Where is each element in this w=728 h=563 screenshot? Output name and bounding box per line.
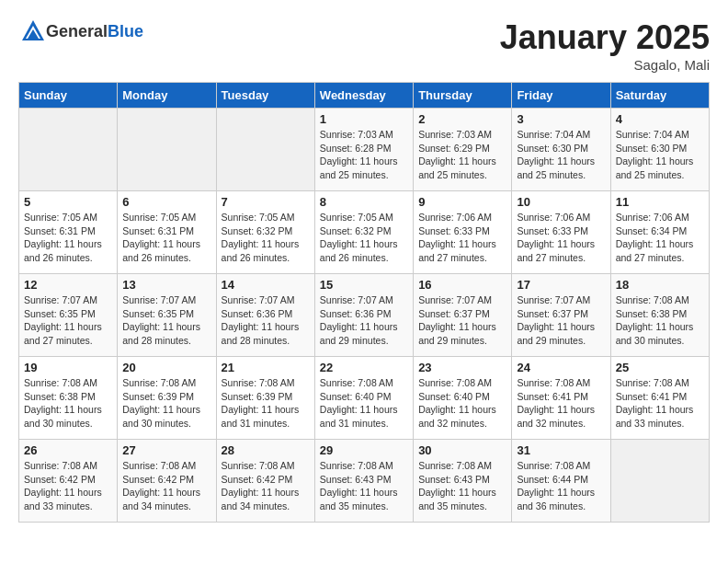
day-info: Sunrise: 7:05 AM Sunset: 6:31 PM Dayligh… [122,211,210,265]
day-number: 15 [320,278,408,292]
day-info: Sunrise: 7:08 AM Sunset: 6:40 PM Dayligh… [320,376,408,431]
day-number: 18 [616,278,704,292]
table-row: 21Sunrise: 7:08 AM Sunset: 6:39 PM Dayli… [216,357,314,440]
day-number: 17 [517,278,605,292]
table-row: 15Sunrise: 7:07 AM Sunset: 6:36 PM Dayli… [314,274,413,357]
table-row: 30Sunrise: 7:08 AM Sunset: 6:43 PM Dayli… [414,440,512,523]
day-info: Sunrise: 7:08 AM Sunset: 6:41 PM Dayligh… [517,376,605,431]
day-info: Sunrise: 7:08 AM Sunset: 6:38 PM Dayligh… [24,376,112,431]
table-row: 5Sunrise: 7:05 AM Sunset: 6:31 PM Daylig… [19,191,118,274]
day-number: 16 [418,278,506,292]
calendar-week-row: 26Sunrise: 7:08 AM Sunset: 6:42 PM Dayli… [19,440,710,523]
table-row: 7Sunrise: 7:05 AM Sunset: 6:32 PM Daylig… [216,191,314,274]
day-number: 23 [418,361,506,374]
day-info: Sunrise: 7:08 AM Sunset: 6:41 PM Dayligh… [616,376,704,431]
table-row [216,109,314,191]
logo-icon [20,18,46,44]
table-row: 24Sunrise: 7:08 AM Sunset: 6:41 PM Dayli… [512,357,610,440]
day-info: Sunrise: 7:08 AM Sunset: 6:42 PM Dayligh… [122,459,210,513]
table-row: 22Sunrise: 7:08 AM Sunset: 6:40 PM Dayli… [314,357,413,440]
day-info: Sunrise: 7:08 AM Sunset: 6:39 PM Dayligh… [222,376,310,431]
day-info: Sunrise: 7:03 AM Sunset: 6:29 PM Dayligh… [418,128,506,182]
table-row: 26Sunrise: 7:08 AM Sunset: 6:42 PM Dayli… [19,440,118,523]
col-sunday: Sunday [19,83,118,109]
table-row: 28Sunrise: 7:08 AM Sunset: 6:42 PM Dayli… [216,440,314,523]
calendar-table: Sunday Monday Tuesday Wednesday Thursday… [18,82,710,523]
day-info: Sunrise: 7:07 AM Sunset: 6:36 PM Dayligh… [222,293,310,348]
col-thursday: Thursday [414,83,512,109]
day-number: 5 [24,195,112,209]
table-row: 12Sunrise: 7:07 AM Sunset: 6:35 PM Dayli… [19,274,118,357]
page-header: GeneralBlue January 2025 Sagalo, Mali [18,18,710,73]
col-wednesday: Wednesday [314,83,413,109]
day-number: 12 [24,278,112,292]
day-number: 19 [24,361,112,374]
table-row: 3Sunrise: 7:04 AM Sunset: 6:30 PM Daylig… [512,109,610,191]
calendar-week-row: 1Sunrise: 7:03 AM Sunset: 6:28 PM Daylig… [19,109,710,191]
day-number: 9 [418,195,506,209]
day-number: 20 [122,361,210,374]
table-row: 10Sunrise: 7:06 AM Sunset: 6:33 PM Dayli… [512,191,610,274]
day-info: Sunrise: 7:07 AM Sunset: 6:35 PM Dayligh… [122,293,210,348]
day-info: Sunrise: 7:08 AM Sunset: 6:43 PM Dayligh… [320,459,408,513]
table-row: 27Sunrise: 7:08 AM Sunset: 6:42 PM Dayli… [118,440,216,523]
day-info: Sunrise: 7:07 AM Sunset: 6:37 PM Dayligh… [418,293,506,348]
table-row: 9Sunrise: 7:06 AM Sunset: 6:33 PM Daylig… [414,191,512,274]
day-number: 24 [517,361,605,374]
table-row: 29Sunrise: 7:08 AM Sunset: 6:43 PM Dayli… [314,440,413,523]
day-info: Sunrise: 7:08 AM Sunset: 6:44 PM Dayligh… [517,459,605,513]
table-row [610,440,709,523]
day-info: Sunrise: 7:05 AM Sunset: 6:32 PM Dayligh… [320,211,408,265]
calendar-week-row: 19Sunrise: 7:08 AM Sunset: 6:38 PM Dayli… [19,357,710,440]
day-number: 30 [418,443,506,457]
month-title: January 2025 [500,18,710,57]
day-info: Sunrise: 7:05 AM Sunset: 6:31 PM Dayligh… [24,211,112,265]
logo-general: General [46,22,108,40]
table-row: 14Sunrise: 7:07 AM Sunset: 6:36 PM Dayli… [216,274,314,357]
day-number: 27 [122,443,210,457]
table-row: 23Sunrise: 7:08 AM Sunset: 6:40 PM Dayli… [414,357,512,440]
table-row: 4Sunrise: 7:04 AM Sunset: 6:30 PM Daylig… [610,109,709,191]
table-row: 1Sunrise: 7:03 AM Sunset: 6:28 PM Daylig… [314,109,413,191]
day-number: 28 [222,443,310,457]
day-info: Sunrise: 7:04 AM Sunset: 6:30 PM Dayligh… [517,128,605,182]
table-row: 20Sunrise: 7:08 AM Sunset: 6:39 PM Dayli… [118,357,216,440]
col-friday: Friday [512,83,610,109]
day-number: 7 [222,195,310,209]
calendar-header-row: Sunday Monday Tuesday Wednesday Thursday… [19,83,710,109]
day-number: 22 [320,361,408,374]
day-info: Sunrise: 7:08 AM Sunset: 6:39 PM Dayligh… [122,376,210,431]
table-row: 6Sunrise: 7:05 AM Sunset: 6:31 PM Daylig… [118,191,216,274]
table-row: 19Sunrise: 7:08 AM Sunset: 6:38 PM Dayli… [19,357,118,440]
table-row: 11Sunrise: 7:06 AM Sunset: 6:34 PM Dayli… [610,191,709,274]
day-info: Sunrise: 7:06 AM Sunset: 6:33 PM Dayligh… [418,211,506,265]
table-row: 2Sunrise: 7:03 AM Sunset: 6:29 PM Daylig… [414,109,512,191]
table-row: 13Sunrise: 7:07 AM Sunset: 6:35 PM Dayli… [118,274,216,357]
day-info: Sunrise: 7:08 AM Sunset: 6:40 PM Dayligh… [418,376,506,431]
table-row: 25Sunrise: 7:08 AM Sunset: 6:41 PM Dayli… [610,357,709,440]
day-number: 1 [320,112,408,126]
day-info: Sunrise: 7:07 AM Sunset: 6:36 PM Dayligh… [320,293,408,348]
day-info: Sunrise: 7:04 AM Sunset: 6:30 PM Dayligh… [616,128,704,182]
col-tuesday: Tuesday [216,83,314,109]
day-info: Sunrise: 7:08 AM Sunset: 6:42 PM Dayligh… [222,459,310,513]
day-number: 21 [222,361,310,374]
logo-blue: Blue [108,22,143,40]
table-row: 16Sunrise: 7:07 AM Sunset: 6:37 PM Dayli… [414,274,512,357]
calendar-week-row: 5Sunrise: 7:05 AM Sunset: 6:31 PM Daylig… [19,191,710,274]
day-info: Sunrise: 7:06 AM Sunset: 6:34 PM Dayligh… [616,211,704,265]
day-number: 2 [418,112,506,126]
day-number: 4 [616,112,704,126]
day-info: Sunrise: 7:06 AM Sunset: 6:33 PM Dayligh… [517,211,605,265]
calendar-week-row: 12Sunrise: 7:07 AM Sunset: 6:35 PM Dayli… [19,274,710,357]
day-info: Sunrise: 7:08 AM Sunset: 6:38 PM Dayligh… [616,293,704,348]
day-number: 29 [320,443,408,457]
day-number: 13 [122,278,210,292]
table-row: 18Sunrise: 7:08 AM Sunset: 6:38 PM Dayli… [610,274,709,357]
table-row [118,109,216,191]
col-monday: Monday [118,83,216,109]
day-number: 11 [616,195,704,209]
day-info: Sunrise: 7:05 AM Sunset: 6:32 PM Dayligh… [222,211,310,265]
day-number: 6 [122,195,210,209]
day-number: 26 [24,443,112,457]
